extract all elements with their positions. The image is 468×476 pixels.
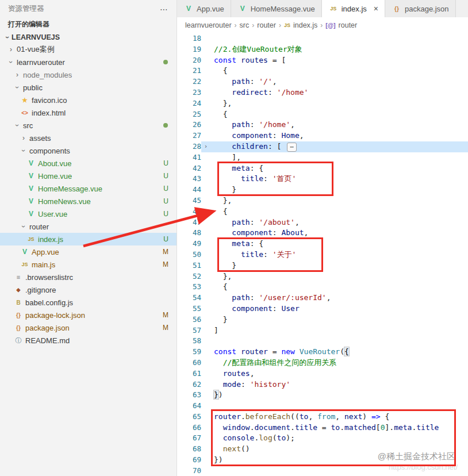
code-line[interactable]: 20const routes = [ bbox=[177, 55, 468, 66]
tree-item-learnvuerouter[interactable]: ›learnvuerouter bbox=[0, 56, 177, 68]
code-line[interactable]: 42 meta: { bbox=[177, 163, 468, 174]
line-number: 69 bbox=[177, 455, 201, 466]
code-line[interactable]: 44 } bbox=[177, 185, 468, 195]
tree-item-package-lock.json[interactable]: {}package-lock.jsonM bbox=[0, 309, 177, 321]
code-line[interactable]: 67 console.log(to); bbox=[177, 433, 468, 444]
code-line[interactable]: 56 } bbox=[177, 314, 468, 325]
code-line[interactable]: 52 }, bbox=[177, 271, 468, 282]
tree-item-README.md[interactable]: ⓘREADME.md bbox=[0, 334, 177, 347]
close-icon[interactable]: × bbox=[374, 4, 378, 13]
folded-code-badge[interactable]: ⋯ bbox=[287, 143, 297, 152]
code-line[interactable]: 25 { bbox=[177, 109, 468, 120]
tree-item-label: public bbox=[23, 83, 43, 92]
code-line[interactable]: 21 { bbox=[177, 66, 468, 76]
code-line[interactable]: 48 component: About, bbox=[177, 228, 468, 239]
tree-item-label: components bbox=[29, 147, 70, 155]
code-line[interactable]: 43 title: '首页' bbox=[177, 174, 468, 185]
fold-gutter bbox=[201, 401, 210, 412]
code-text: children: [ ⋯ bbox=[210, 141, 468, 152]
breadcrumb-item-learnvuerouter[interactable]: learnvuerouter bbox=[185, 21, 232, 29]
tree-item-.browserslistrc[interactable]: ≡.browserslistrc bbox=[0, 271, 177, 283]
code-text: } bbox=[210, 260, 468, 271]
tree-item-index.html[interactable]: <>index.html bbox=[0, 106, 177, 119]
tree-item-favicon.ico[interactable]: ★favicon.ico bbox=[0, 94, 177, 106]
tab-HomeMessage.vue[interactable]: VHomeMessage.vue bbox=[231, 0, 322, 17]
tree-item-Home.vue[interactable]: VHome.vueU bbox=[0, 170, 177, 182]
tree-item-src[interactable]: ›src bbox=[0, 119, 177, 132]
code-line[interactable]: 41 ], bbox=[177, 152, 468, 163]
tree-item-label: favicon.ico bbox=[32, 96, 67, 105]
code-text bbox=[210, 336, 468, 347]
tree-item-HomeNews.vue[interactable]: VHomeNews.vueU bbox=[0, 195, 177, 208]
code-line[interactable]: 54 path: '/user/:userId', bbox=[177, 293, 468, 304]
code-line[interactable]: 28› children: [ ⋯ bbox=[177, 141, 468, 152]
editor-area: VApp.vueVHomeMessage.vueJSindex.js×{}pac… bbox=[177, 0, 468, 476]
code-line[interactable]: 49 meta: { bbox=[177, 239, 468, 249]
tree-item-babel.config.js[interactable]: Bbabel.config.js bbox=[0, 296, 177, 309]
line-number: 66 bbox=[177, 423, 201, 433]
tree-item-package.json[interactable]: {}package.jsonM bbox=[0, 321, 177, 334]
code-line[interactable]: 61 routes, bbox=[177, 368, 468, 379]
tab-label: package.json bbox=[405, 5, 449, 13]
code-editor[interactable]: 1819//2.创建VueRouter对象20const routes = [2… bbox=[177, 33, 468, 476]
code-line[interactable]: 51 } bbox=[177, 260, 468, 271]
code-line[interactable]: 19//2.创建VueRouter对象 bbox=[177, 44, 468, 55]
tree-item-public[interactable]: ›public bbox=[0, 81, 177, 94]
breadcrumb-item-src[interactable]: src bbox=[240, 21, 250, 29]
vue-icon: V bbox=[20, 248, 30, 256]
tree-item-label: node_modules bbox=[23, 71, 72, 79]
code-line[interactable]: 46 { bbox=[177, 206, 468, 217]
tree-item-label: index.html bbox=[32, 109, 66, 117]
code-line[interactable]: 27 component: Home, bbox=[177, 130, 468, 141]
code-line[interactable]: 65router.beforeEach((to, from, next) => … bbox=[177, 412, 468, 423]
watermark-community: @稀土掘金技术社区 bbox=[378, 451, 455, 462]
fold-gutter bbox=[201, 76, 210, 87]
tree-item-About.vue[interactable]: VAbout.vueU bbox=[0, 157, 177, 170]
code-line[interactable]: 63}) bbox=[177, 390, 468, 401]
tree-item-node_modules[interactable]: ›node_modules bbox=[0, 68, 177, 81]
tree-item-router[interactable]: ›router bbox=[0, 220, 177, 233]
tree-item-assets[interactable]: ›assets bbox=[0, 132, 177, 144]
code-line[interactable]: 64 bbox=[177, 401, 468, 412]
fold-chevron-icon[interactable]: › bbox=[201, 141, 210, 152]
open-editors-section[interactable]: 打开的编辑器 bbox=[0, 17, 177, 32]
breadcrumb-item-symbol[interactable]: router bbox=[339, 21, 358, 29]
tree-item-App.vue[interactable]: VApp.vueM bbox=[0, 245, 177, 258]
breadcrumb-item-router[interactable]: router bbox=[257, 21, 276, 29]
code-line[interactable]: 24 }, bbox=[177, 98, 468, 109]
tree-item-label: HomeMessage.vue bbox=[38, 185, 102, 193]
fold-gutter bbox=[201, 152, 210, 163]
code-line[interactable]: 23 redirect: '/home' bbox=[177, 87, 468, 98]
breadcrumb-item-file[interactable]: index.js bbox=[293, 21, 317, 29]
code-line[interactable]: 50 title: '关于' bbox=[177, 249, 468, 260]
code-line[interactable]: 66 window.document.title = to.matched[0]… bbox=[177, 423, 468, 433]
code-line[interactable]: 62 mode: 'history' bbox=[177, 379, 468, 390]
breadcrumb: learnvuerouter›src›router›JSindex.js›[@]… bbox=[177, 17, 468, 33]
fold-gutter bbox=[201, 444, 210, 455]
tree-item-User.vue[interactable]: VUser.vueU bbox=[0, 208, 177, 220]
code-line[interactable]: 26 path: '/home', bbox=[177, 120, 468, 130]
code-line[interactable]: 55 component: User bbox=[177, 304, 468, 314]
code-line[interactable]: 53 { bbox=[177, 282, 468, 293]
tree-item-index.js[interactable]: JSindex.jsU bbox=[0, 233, 177, 245]
code-line[interactable]: 60 //配置路由和组件之间的应用关系 bbox=[177, 358, 468, 368]
code-line[interactable]: 58 bbox=[177, 336, 468, 347]
code-line[interactable]: 22 path: '/', bbox=[177, 76, 468, 87]
tree-item-components[interactable]: ›components bbox=[0, 144, 177, 157]
tree-item-01-vue案例[interactable]: ›01-vue案例 bbox=[0, 43, 177, 56]
tree-item-.gitignore[interactable]: ◆.gitignore bbox=[0, 283, 177, 296]
tab-App.vue[interactable]: VApp.vue bbox=[177, 0, 231, 17]
workspace-header[interactable]: › LEARNVUEJS bbox=[0, 32, 177, 43]
tree-item-HomeMessage.vue[interactable]: VHomeMessage.vueU bbox=[0, 182, 177, 195]
fold-gutter bbox=[201, 66, 210, 76]
code-line[interactable]: 59const router = new VueRouter({ bbox=[177, 347, 468, 358]
line-number: 53 bbox=[177, 282, 201, 293]
tab-index.js[interactable]: JSindex.js× bbox=[322, 0, 385, 17]
tab-package.json[interactable]: {}package.json bbox=[385, 0, 456, 17]
code-line[interactable]: 45 }, bbox=[177, 195, 468, 206]
code-line[interactable]: 47 path: '/about', bbox=[177, 217, 468, 228]
code-line[interactable]: 57] bbox=[177, 325, 468, 336]
code-line[interactable]: 18 bbox=[177, 33, 468, 44]
more-actions-icon[interactable]: ⋯ bbox=[160, 5, 168, 14]
tree-item-main.js[interactable]: JSmain.jsM bbox=[0, 258, 177, 271]
